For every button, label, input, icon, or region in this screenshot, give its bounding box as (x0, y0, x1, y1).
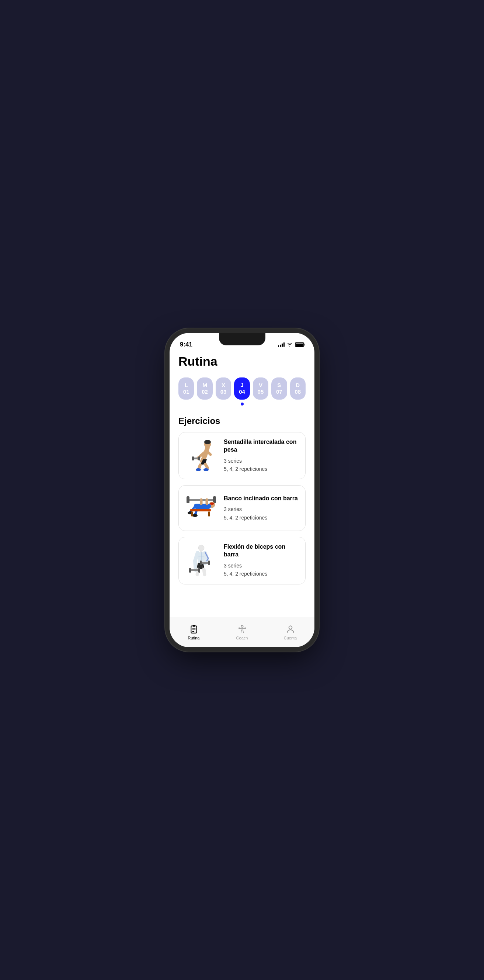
day-pill-v[interactable]: V 05 (253, 377, 268, 399)
day-pill-l[interactable]: L 01 (178, 377, 194, 399)
app-content: Rutina L 01 M 02 X 03 J 04 (170, 351, 314, 647)
svg-rect-26 (208, 560, 210, 565)
phone-frame: 9:41 Rutina L (170, 333, 314, 647)
trainer-icon (237, 625, 247, 634)
svg-point-32 (241, 625, 243, 627)
svg-rect-16 (208, 511, 210, 517)
exercise-series-curl: 3 series 5, 4, 2 repeticiones (224, 562, 299, 578)
svg-point-1 (204, 440, 211, 444)
exercise-info-squat: Sentadilla intercalada con pesa 3 series… (224, 438, 299, 473)
section-title: Ejercicios (178, 416, 306, 426)
svg-rect-27 (191, 626, 197, 633)
tab-cuenta-label: Cuenta (284, 636, 297, 640)
notch (219, 333, 265, 345)
tab-coach[interactable]: Coach (218, 622, 266, 643)
svg-rect-11 (194, 504, 211, 509)
wifi-icon (287, 342, 293, 347)
exercise-card-bench[interactable]: Banco inclinado con barra 3 series 5, 4,… (178, 485, 306, 531)
svg-point-36 (289, 626, 292, 629)
person-icon (286, 625, 295, 634)
svg-point-3 (203, 468, 209, 471)
tab-cuenta[interactable]: Cuenta (266, 622, 314, 643)
day-pill-j[interactable]: J 04 (234, 377, 249, 399)
tab-rutina[interactable]: Rutina (170, 622, 218, 643)
exercise-info-curl: Flexión de biceps con barra 3 series 5, … (224, 543, 299, 578)
signal-icon (278, 342, 284, 347)
day-pill-x[interactable]: X 03 (216, 377, 231, 399)
clipboard-icon (189, 625, 199, 634)
svg-rect-23 (198, 568, 200, 573)
exercise-info-bench: Banco inclinado con barra 3 series 5, 4,… (224, 495, 299, 522)
svg-point-2 (196, 468, 201, 471)
tab-bar: Rutina Coach (170, 617, 314, 647)
day-pill-s[interactable]: S 07 (271, 377, 287, 399)
day-pill-d[interactable]: D 08 (290, 377, 306, 399)
day-selector: L 01 M 02 X 03 J 04 V 05 (178, 377, 306, 399)
svg-rect-34 (238, 627, 240, 629)
active-day-dot (241, 402, 244, 406)
svg-rect-6 (198, 457, 200, 460)
scrollable-content: Rutina L 01 M 02 X 03 J 04 (170, 351, 314, 617)
exercise-image-curl (185, 544, 218, 578)
exercise-series-bench: 3 series 5, 4, 2 repeticiones (224, 505, 299, 522)
exercise-image-bench (185, 492, 218, 525)
exercise-name-curl: Flexión de biceps con barra (224, 543, 299, 558)
svg-point-13 (192, 514, 198, 517)
svg-rect-15 (191, 511, 193, 517)
exercise-series-squat: 3 series 5, 4, 2 repeticiones (224, 457, 299, 473)
day-pill-m[interactable]: M 02 (197, 377, 212, 399)
svg-point-17 (198, 545, 204, 551)
tab-rutina-label: Rutina (188, 636, 200, 640)
svg-rect-14 (190, 509, 211, 511)
exercise-card-curl[interactable]: Flexión de biceps con barra 3 series 5, … (178, 537, 306, 584)
status-time: 9:41 (180, 341, 192, 348)
svg-rect-5 (192, 457, 194, 460)
svg-rect-8 (187, 496, 189, 503)
exercise-name-bench: Banco inclinado con barra (224, 495, 299, 503)
exercise-image-squat (185, 439, 218, 472)
svg-rect-35 (244, 627, 246, 629)
svg-rect-22 (189, 568, 191, 573)
battery-icon (295, 342, 304, 347)
svg-rect-25 (200, 560, 202, 565)
day-indicator (178, 402, 306, 406)
status-icons (278, 342, 304, 347)
svg-rect-28 (192, 625, 195, 627)
exercise-card-squat[interactable]: Sentadilla intercalada con pesa 3 series… (178, 432, 306, 479)
tab-coach-label: Coach (236, 636, 248, 640)
exercise-name-squat: Sentadilla intercalada con pesa (224, 438, 299, 454)
page-title: Rutina (178, 354, 306, 369)
